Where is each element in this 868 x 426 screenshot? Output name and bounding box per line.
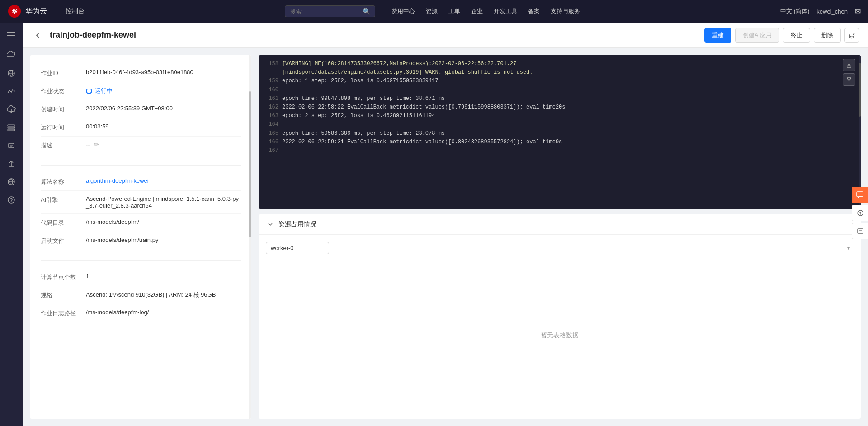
algo-name-value: algorithm-deepfm-kewei xyxy=(86,177,149,184)
log-scroll-top-button[interactable] xyxy=(843,59,855,71)
log-scroll-buttons xyxy=(843,59,855,86)
log-line: 1622022-02-06 22:58:22 EvalCallBack metr… xyxy=(264,103,855,112)
svg-rect-3 xyxy=(7,35,15,36)
nav-item-icp[interactable]: 备案 xyxy=(528,7,540,15)
run-time-row: 运行时间 00:03:59 xyxy=(41,118,241,137)
log-line-text: epoch time: 59586.386 ms, per step time:… xyxy=(282,129,445,138)
logo-area: 华 华为云 xyxy=(7,4,47,19)
top-navigation: 华 华为云 控制台 🔍 费用中心 资源 工单 企业 开发工具 备案 支持与服务 … xyxy=(0,0,868,23)
log-line-number: 163 xyxy=(264,112,278,120)
sidebar-icon-cloud2[interactable] xyxy=(3,101,19,118)
svg-rect-19 xyxy=(858,229,863,233)
svg-rect-7 xyxy=(8,125,15,126)
log-path-row: 作业日志路径 /ms-models/deepfm-log/ xyxy=(41,304,241,322)
content-body: 作业ID b2011feb-046f-4d93-a95b-03f1e80e188… xyxy=(23,48,868,426)
main-content: trainjob-deepfm-kewei 重建 创建AI应用 终止 删除 xyxy=(23,23,868,426)
log-line: [mindspore/dataset/engine/datasets.py:36… xyxy=(264,68,855,77)
log-line-number xyxy=(264,68,278,77)
nav-item-devtools[interactable]: 开发工具 xyxy=(494,7,517,15)
log-line-text: 2022-02-06 22:58:22 EvalCallBack metricd… xyxy=(282,103,566,112)
log-line: 1662022-02-06 22:59:31 EvalCallBack metr… xyxy=(264,138,855,147)
back-button[interactable] xyxy=(32,29,44,42)
log-scroll-bottom-button[interactable] xyxy=(843,73,855,86)
algo-name-link[interactable]: algorithm-deepfm-kewei xyxy=(86,177,149,184)
svg-text:?: ? xyxy=(9,197,13,204)
scroll-top-icon xyxy=(846,62,852,68)
nav-username[interactable]: kewei_chen xyxy=(816,8,848,15)
log-line-number: 159 xyxy=(264,77,278,85)
rebuild-button[interactable]: 重建 xyxy=(704,28,731,43)
edit-description-icon[interactable]: ✏ xyxy=(94,141,99,148)
delete-button[interactable]: 删除 xyxy=(814,28,841,43)
log-line-number: 164 xyxy=(264,120,278,129)
log-content: 158[WARNING] ME(160:281473533026672,Main… xyxy=(259,55,861,209)
job-status-row: 作业状态 运行中 xyxy=(41,82,241,100)
svg-rect-2 xyxy=(7,32,15,33)
create-time-label: 创建时间 xyxy=(41,105,86,114)
create-ai-button: 创建AI应用 xyxy=(735,28,779,43)
log-line-number: 165 xyxy=(264,129,278,138)
nav-language[interactable]: 中文 (简体) xyxy=(780,7,809,15)
scrollbar-track xyxy=(249,55,251,419)
nav-item-ticket[interactable]: 工单 xyxy=(448,7,460,15)
sidebar-icon-network[interactable] xyxy=(3,65,19,81)
sidebar-icon-help[interactable]: ? xyxy=(3,192,19,208)
log-line-text: epoch time: 99847.808 ms, per step time:… xyxy=(282,95,445,103)
spec-row: 规格 Ascend: 1*Ascend 910(32GB) | ARM: 24 … xyxy=(41,286,241,304)
resource-title: 资源占用情况 xyxy=(278,220,316,228)
worker-select[interactable]: worker-0 xyxy=(266,242,329,254)
log-line-number: 166 xyxy=(264,138,278,147)
code-dir-row: 代码目录 /ms-models/deepfm/ xyxy=(41,214,241,232)
refresh-button[interactable] xyxy=(844,28,859,43)
float-help-button[interactable]: ? xyxy=(852,205,868,221)
code-dir-label: 代码目录 xyxy=(41,218,86,227)
sidebar-icon-cloud1[interactable] xyxy=(3,47,19,63)
sidebar-menu-btn[interactable] xyxy=(3,27,19,43)
log-line: 165epoch time: 59586.386 ms, per step ti… xyxy=(264,129,855,138)
search-input[interactable] xyxy=(290,8,360,15)
stop-button[interactable]: 终止 xyxy=(783,28,810,43)
sidebar-icon-monitor[interactable] xyxy=(3,83,19,99)
log-line: 159epoch: 1 step: 2582, loss is 0.469715… xyxy=(264,77,855,85)
feedback-icon xyxy=(857,227,864,235)
sidebar-icon-cloud3[interactable] xyxy=(3,137,19,154)
back-arrow-icon xyxy=(34,32,42,39)
scrollbar-thumb xyxy=(249,91,251,237)
sidebar-icon-globe[interactable] xyxy=(3,174,19,190)
nav-item-enterprise[interactable]: 企业 xyxy=(471,7,483,15)
console-label[interactable]: 控制台 xyxy=(66,7,85,15)
hamburger-icon xyxy=(7,32,15,38)
nav-divider xyxy=(58,7,58,16)
help-icon: ? xyxy=(7,195,16,204)
ai-engine-row: AI引擎 Ascend-Powered-Engine | mindspore_1… xyxy=(41,191,241,214)
log-line: 160 xyxy=(264,86,855,95)
worker-select-container: worker-0 xyxy=(266,242,854,254)
globe-icon xyxy=(7,177,16,186)
sidebar-icon-upload[interactable] xyxy=(3,156,19,172)
float-feedback-button[interactable] xyxy=(852,223,868,239)
log-line-text: 2022-02-06 22:59:31 EvalCallBack metricd… xyxy=(282,138,562,147)
collapse-resource-button[interactable] xyxy=(266,220,275,229)
float-chat-button[interactable] xyxy=(852,187,868,203)
log-line-text: [WARNING] ME(160:281473533026672,MainPro… xyxy=(282,60,516,68)
log-line-number: 158 xyxy=(264,60,278,68)
cloud3-icon xyxy=(7,141,16,150)
resource-section: 资源占用情况 worker-0 暂无表格数据 xyxy=(259,214,861,419)
description-label: 描述 xyxy=(41,141,86,150)
sidebar-icon-list[interactable] xyxy=(3,119,19,136)
basic-info-section: 作业ID b2011feb-046f-4d93-a95b-03f1e80e188… xyxy=(41,64,241,154)
algorithm-info-section: 算法名称 algorithm-deepfm-kewei AI引擎 Ascend-… xyxy=(41,173,241,250)
left-panel: 作业ID b2011feb-046f-4d93-a95b-03f1e80e188… xyxy=(30,55,251,419)
chat-icon xyxy=(856,191,864,199)
nav-item-support[interactable]: 支持与服务 xyxy=(551,7,580,15)
resource-info-section: 计算节点个数 1 规格 Ascend: 1*Ascend 910(32GB) |… xyxy=(41,268,241,322)
scroll-bottom-icon xyxy=(846,77,852,82)
monitor-icon xyxy=(7,87,16,96)
nav-mail-icon[interactable]: ✉ xyxy=(855,7,861,16)
nav-item-resources[interactable]: 资源 xyxy=(426,7,438,15)
log-line-text: epoch: 1 step: 2582, loss is 0.469715505… xyxy=(282,77,439,85)
node-count-row: 计算节点个数 1 xyxy=(41,268,241,286)
nav-item-fees[interactable]: 费用中心 xyxy=(392,7,415,15)
search-box[interactable]: 🔍 xyxy=(285,5,375,17)
job-id-label: 作业ID xyxy=(41,69,86,77)
